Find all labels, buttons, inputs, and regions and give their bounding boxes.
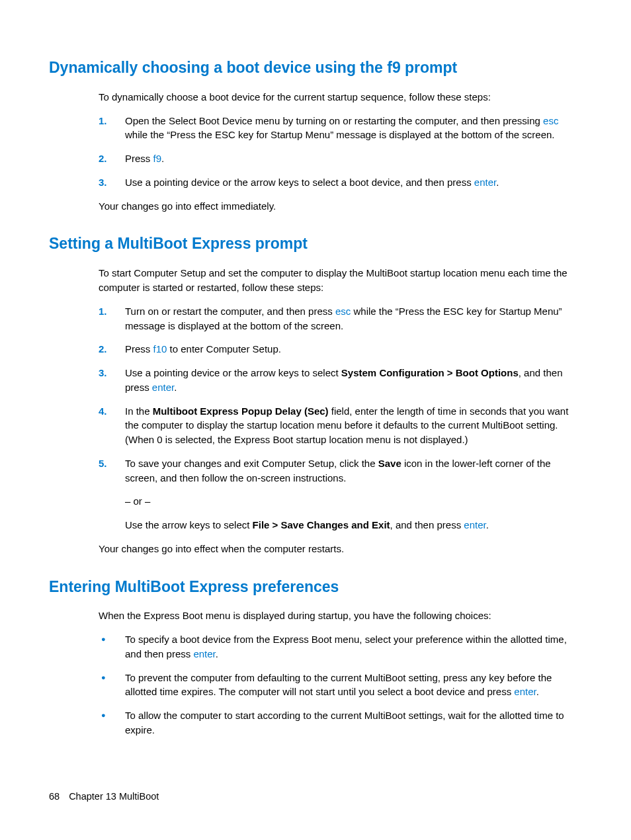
section3-body: When the Express Boot menu is displayed … <box>99 609 579 737</box>
section2-intro: To start Computer Setup and set the comp… <box>99 266 579 295</box>
choice-text: . <box>536 686 539 697</box>
or-divider: – or – <box>125 494 579 509</box>
chapter-label: Chapter 13 MultiBoot <box>69 791 159 802</box>
step-text: while the “Press the ESC key for Startup… <box>125 129 554 140</box>
step-number: 1. <box>99 114 107 128</box>
step-text: Use a pointing device or the arrow keys … <box>125 177 474 188</box>
key-enter: enter <box>464 519 485 530</box>
section1-body: To dynamically choose a boot device for … <box>99 90 579 214</box>
step-text: . <box>496 177 499 188</box>
step-text: To save your changes and exit Computer S… <box>125 458 378 469</box>
step-number: 4. <box>99 404 107 419</box>
step-text: , and then press <box>390 519 464 530</box>
section-heading-multiboot-prompt: Setting a MultiBoot Express prompt <box>49 234 582 254</box>
menu-path: File > Save Changes and Exit <box>253 519 390 530</box>
section2-steps: 1. Turn on or restart the computer, and … <box>99 304 579 532</box>
step-text: Press <box>125 343 153 355</box>
choice-text: To specify a boot device from the Expres… <box>125 634 567 659</box>
step-4: 4. In the Multiboot Express Popup Delay … <box>99 404 579 447</box>
key-f9: f9 <box>153 153 162 164</box>
menu-path: System Configuration > Boot Options <box>341 367 519 378</box>
key-f10: f10 <box>153 343 167 355</box>
step-text: Open the Select Boot Device menu by turn… <box>125 115 543 126</box>
section3-intro: When the Express Boot menu is displayed … <box>99 609 579 623</box>
section1-steps: 1. Open the Select Boot Device menu by t… <box>99 114 579 190</box>
step-alt: Use the arrow keys to select File > Save… <box>125 518 579 532</box>
section1-outro: Your changes go into effect immediately. <box>99 199 579 214</box>
step-2: 2. Press f10 to enter Computer Setup. <box>99 342 579 357</box>
step-text: Use the arrow keys to select <box>125 519 253 530</box>
step-number: 1. <box>99 304 107 319</box>
key-enter: enter <box>514 686 536 697</box>
key-esc: esc <box>335 306 351 317</box>
save-label: Save <box>378 458 401 469</box>
step-text: In the <box>125 405 153 417</box>
step-number: 5. <box>99 456 107 471</box>
key-esc: esc <box>543 115 558 126</box>
step-number: 2. <box>99 151 107 166</box>
key-enter: enter <box>193 648 215 659</box>
step-text: to enter Computer Setup. <box>167 343 281 355</box>
document-page: Dynamically choosing a boot device using… <box>0 0 631 840</box>
key-enter: enter <box>152 382 174 393</box>
key-enter: enter <box>474 177 496 188</box>
choice-text: . <box>216 648 218 659</box>
field-name: Multiboot Express Popup Delay (Sec) <box>153 405 329 417</box>
section1-intro: To dynamically choose a boot device for … <box>99 90 579 105</box>
section-heading-multiboot-prefs: Entering MultiBoot Express preferences <box>49 577 582 597</box>
step-number: 3. <box>99 175 107 190</box>
step-1: 1. Open the Select Boot Device menu by t… <box>99 114 579 143</box>
step-5: 5. To save your changes and exit Compute… <box>99 456 579 532</box>
section2-outro: Your changes go into effect when the com… <box>99 542 579 556</box>
step-text: Use a pointing device or the arrow keys … <box>125 367 341 378</box>
step-3: 3. Use a pointing device or the arrow ke… <box>99 175 579 190</box>
choice-text: To allow the computer to start according… <box>125 710 564 735</box>
step-2: 2. Press f9. <box>99 151 579 166</box>
choice-text: To prevent the computer from defaulting … <box>125 672 552 698</box>
step-text: Press <box>125 153 153 164</box>
step-text: . <box>486 519 489 530</box>
step-text: . <box>174 382 177 393</box>
choice-2: To prevent the computer from defaulting … <box>99 671 579 700</box>
section-heading-f9: Dynamically choosing a boot device using… <box>49 58 582 78</box>
section2-body: To start Computer Setup and set the comp… <box>99 266 579 556</box>
step-number: 2. <box>99 342 107 357</box>
step-number: 3. <box>99 366 107 380</box>
step-text: Turn on or restart the computer, and the… <box>125 306 335 317</box>
choice-1: To specify a boot device from the Expres… <box>99 632 579 661</box>
step-text: . <box>161 153 164 164</box>
section3-choices: To specify a boot device from the Expres… <box>99 632 579 737</box>
choice-3: To allow the computer to start according… <box>99 708 579 737</box>
step-1: 1. Turn on or restart the computer, and … <box>99 304 579 333</box>
step-3: 3. Use a pointing device or the arrow ke… <box>99 366 579 395</box>
page-footer: 68Chapter 13 MultiBoot <box>49 791 159 802</box>
page-number: 68 <box>49 791 60 802</box>
